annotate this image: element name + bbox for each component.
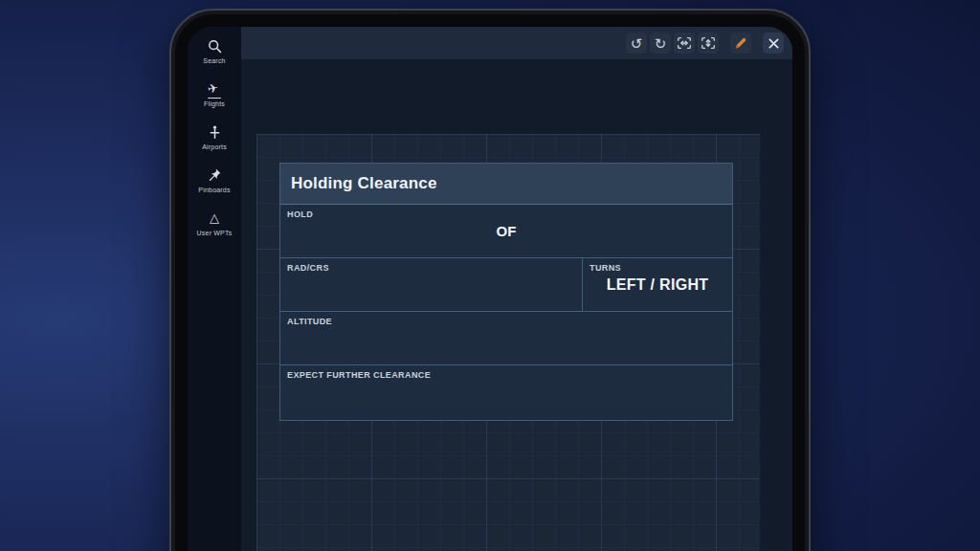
sidebar-item-label: User WPTs [197,230,233,236]
search-icon [207,36,223,55]
fit-width-button[interactable] [674,33,695,54]
app-screen: Search ✈ Flights [188,27,792,551]
form-row-radcrs-turns: RAD/CRS TURNS LEFT / RIGHT [280,258,732,312]
flights-icon: ✈ [208,79,221,99]
form-row-hold: HOLD OF [280,205,732,258]
rad-crs-field[interactable]: RAD/CRS [280,258,582,311]
efc-field[interactable]: EXPECT FURTHER CLEARANCE [280,365,732,420]
main-panel: ↺ ↻ [241,27,792,551]
form-row-altitude: ALTITUDE [280,312,732,365]
fit-height-button[interactable] [698,33,719,54]
workspace: Holding Clearance HOLD OF RAD/CRS [241,59,792,551]
waypoint-triangle-icon: △ [210,209,219,228]
hold-field[interactable]: HOLD OF [280,205,732,257]
close-button[interactable] [763,33,784,54]
sidebar-item-label: Pinboards [198,187,230,193]
fit-width-icon [676,34,693,52]
fit-height-icon [700,34,717,52]
altitude-label: ALTITUDE [287,317,332,326]
form-row-efc: EXPECT FURTHER CLEARANCE [280,365,732,420]
sidebar-item-pinboards[interactable]: Pinboards [188,165,241,209]
draw-pen-button[interactable] [730,33,751,54]
undo-button[interactable]: ↺ [626,33,647,54]
turns-field[interactable]: TURNS LEFT / RIGHT [582,258,732,311]
close-icon [768,37,780,50]
hold-value[interactable]: OF [280,205,732,257]
sidebar-item-flights[interactable]: ✈ Flights [188,79,241,122]
form-title: Holding Clearance [280,164,732,205]
pushpin-icon [207,165,222,185]
sidebar-item-user-wpts[interactable]: △ User WPTs [188,209,241,252]
altitude-field[interactable]: ALTITUDE [280,312,732,364]
sidebar-item-label: Airports [202,143,227,150]
redo-icon: ↻ [655,36,667,51]
pen-icon [732,34,749,52]
airports-icon [207,122,223,142]
redo-button[interactable]: ↻ [650,33,671,54]
toolbar: ↺ ↻ [241,27,792,59]
hold-label: HOLD [287,209,313,219]
altitude-value[interactable] [280,312,732,364]
sidebar: Search ✈ Flights [188,27,241,551]
turns-label: TURNS [590,263,621,273]
sidebar-item-label: Search [203,57,225,64]
efc-label: EXPECT FURTHER CLEARANCE [287,370,431,380]
sidebar-item-airports[interactable]: Airports [188,122,241,165]
tablet-device: Search ✈ Flights [169,9,811,551]
rad-crs-label: RAD/CRS [287,263,329,273]
sidebar-item-search[interactable]: Search [188,36,241,79]
holding-clearance-form: Holding Clearance HOLD OF RAD/CRS [279,163,733,421]
undo-icon: ↺ [631,36,643,51]
template-canvas[interactable]: Holding Clearance HOLD OF RAD/CRS [256,134,760,551]
sidebar-item-label: Flights [204,100,225,107]
